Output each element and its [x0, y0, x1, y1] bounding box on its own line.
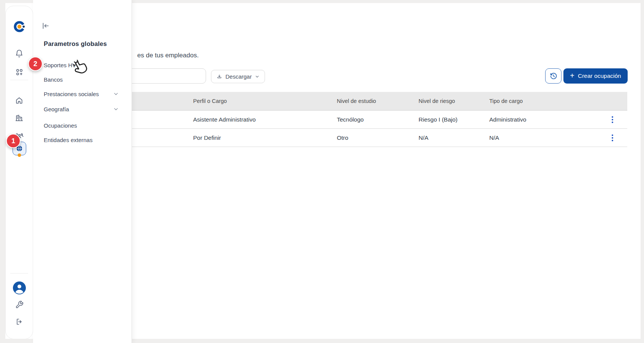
menu-item-label: Prestaciones sociales	[44, 91, 99, 97]
cell-tipo-cargo: N/A	[489, 134, 499, 141]
create-occupation-label: Crear ocupación	[578, 73, 621, 79]
menu-item-label: Soportes HV	[44, 62, 76, 68]
menu-item-label: Geografía	[44, 106, 69, 112]
divider	[10, 80, 28, 80]
column-header: Perfil o Cargo	[193, 98, 227, 104]
global-params-flyout: Parametros globales Soportes HV Bancos P…	[33, 0, 132, 343]
column-header: Nivel de riesgo	[419, 98, 455, 104]
create-occupation-button[interactable]: + Crear ocupación	[563, 68, 628, 84]
page-subtitle-partial: es de tus empleados.	[137, 52, 199, 59]
step-badge-2: 2	[28, 57, 43, 71]
table-row: Por Definir Otro N/A N/A	[66, 129, 627, 147]
menu-item-ocupaciones[interactable]: Ocupaciones	[44, 120, 119, 131]
chevron-down-icon	[113, 91, 119, 97]
menu-item-label: Bancos	[44, 76, 63, 83]
home-icon[interactable]	[14, 95, 24, 105]
download-button[interactable]: Descargar	[211, 70, 265, 83]
column-header: Nivel de estudio	[337, 98, 376, 104]
cell-nivel-riesgo: Riesgo I (Bajo)	[419, 116, 458, 123]
menu-item-bancos[interactable]: Bancos	[44, 74, 119, 85]
menu-item-geografia[interactable]: Geografía	[44, 103, 119, 115]
chevron-down-icon	[255, 74, 260, 79]
brand-logo[interactable]	[14, 21, 25, 32]
chevron-down-icon	[113, 106, 119, 112]
menu-item-label: Entidades externas	[44, 137, 92, 143]
download-label: Descargar	[225, 73, 252, 80]
cell-perfil: Asistente Administrativo	[193, 116, 256, 123]
menu-item-prestaciones-sociales[interactable]: Prestaciones sociales	[44, 88, 119, 100]
download-icon	[216, 74, 222, 80]
cell-nivel-riesgo: N/A	[419, 134, 428, 141]
collapse-sidebar-button[interactable]	[41, 21, 51, 31]
active-indicator-dot	[17, 153, 21, 157]
occupations-table: Perfil o Cargo Nivel de estudio Nivel de…	[66, 92, 627, 147]
cell-perfil: Por Definir	[193, 134, 221, 141]
menu-item-label: Ocupaciones	[44, 122, 77, 129]
logout-icon[interactable]	[14, 317, 24, 327]
history-icon	[549, 72, 558, 80]
kebab-menu-icon[interactable]	[609, 133, 616, 143]
table-header-row: Perfil o Cargo Nivel de estudio Nivel de…	[66, 92, 627, 111]
menu-item-soportes-hv[interactable]: Soportes HV	[44, 59, 119, 71]
bell-icon[interactable]	[14, 49, 24, 58]
plus-icon: +	[570, 72, 574, 79]
wrench-icon[interactable]	[14, 300, 24, 310]
avatar[interactable]	[13, 281, 26, 294]
table-row: Asistente Administrativo Tecnólogo Riesg…	[66, 111, 627, 129]
flyout-title: Parametros globales	[44, 40, 107, 47]
apps-add-icon[interactable]	[14, 67, 24, 77]
column-header: Tipo de cargo	[489, 98, 523, 104]
kebab-menu-icon[interactable]	[609, 115, 616, 125]
cell-nivel-estudio: Tecnólogo	[337, 116, 364, 123]
cell-tipo-cargo: Administrativo	[489, 116, 526, 123]
page: es de tus empleados. Descargar	[0, 0, 644, 343]
menu-item-entidades-externas[interactable]: Entidades externas	[44, 134, 119, 145]
building-icon[interactable]	[14, 113, 24, 123]
divider	[10, 273, 28, 273]
step-badge-1: 1	[6, 134, 21, 148]
cell-nivel-estudio: Otro	[337, 134, 348, 141]
icon-rail-sidebar	[5, 6, 33, 339]
collapse-sidebar-icon	[41, 21, 50, 30]
history-button[interactable]	[545, 68, 562, 84]
